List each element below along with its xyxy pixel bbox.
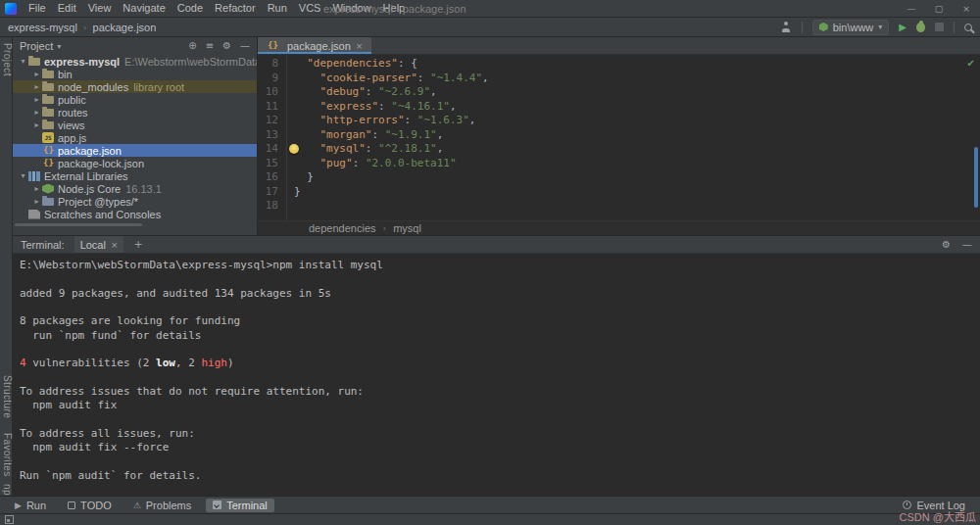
horizontal-scrollbar[interactable] xyxy=(15,223,142,226)
code-line-10[interactable]: 10 "debug": "~2.6.9", xyxy=(258,85,980,100)
run-config-select[interactable]: bin\www ▾ xyxy=(812,20,890,35)
tree-item-public[interactable]: ▸public xyxy=(13,93,257,106)
code-segment: , xyxy=(450,100,457,113)
menu-vcs[interactable]: VCS xyxy=(293,2,327,14)
chevron-down-icon: ▾ xyxy=(57,42,61,51)
code-segment: : xyxy=(378,100,391,113)
menu-code[interactable]: Code xyxy=(172,2,209,14)
tool-window-button-terminal[interactable]: Terminal xyxy=(206,499,274,512)
ide-window: FileEditViewNavigateCodeRefactorRunVCSWi… xyxy=(0,0,980,525)
code-area[interactable]: 8 "dependencies": {9 "cookie-parser": "~… xyxy=(258,55,980,220)
tab-label: package.json xyxy=(287,40,351,52)
chevron-right-icon: ▸ xyxy=(31,120,42,129)
code-line-14[interactable]: 14 "mysql": "^2.18.1", xyxy=(258,142,980,157)
project-tree: ▾express-mysqlE:\Webstorm\webStormData\e… xyxy=(13,55,257,220)
tree-item-project-types[interactable]: ▸Project @types/* xyxy=(13,195,257,208)
folder-icon xyxy=(42,83,54,91)
tree-item-bin[interactable]: ▸bin xyxy=(13,68,257,80)
tool-window-buttons-left: ▶RunTODO⚠ProblemsTerminal xyxy=(8,499,274,512)
code-line-8[interactable]: 8 "dependencies": { xyxy=(258,57,980,72)
code-line-15[interactable]: 15 "pug": "2.0.0-beta11" xyxy=(258,157,980,171)
tool-button-project[interactable]: Project xyxy=(0,43,13,76)
code-segment: "debug" xyxy=(320,85,366,98)
menu-navigate[interactable]: Navigate xyxy=(117,2,171,14)
settings-icon[interactable]: ⚙ xyxy=(222,37,231,55)
profile-icon[interactable] xyxy=(781,22,792,32)
code-line-13[interactable]: 13 "morgan": "~1.9.1", xyxy=(258,128,980,143)
tool-window-button-todo[interactable]: TODO xyxy=(61,499,119,512)
editor-scrollbar-thumb[interactable] xyxy=(974,147,978,208)
collapse-all-icon[interactable]: ≡ xyxy=(206,37,214,55)
breadcrumb-package-json[interactable]: package.json xyxy=(93,22,157,33)
tool-windows-toggle-icon[interactable] xyxy=(5,515,14,524)
tree-item-views[interactable]: ▸views xyxy=(13,119,257,131)
breadcrumb-mysql[interactable]: mysql xyxy=(393,222,421,234)
select-opened-file-icon[interactable]: ⊕ xyxy=(188,37,196,55)
hide-terminal-icon[interactable]: — xyxy=(962,239,972,250)
code-segment: "^2.18.1" xyxy=(378,142,437,155)
menu-file[interactable]: File xyxy=(23,2,52,14)
hide-panel-icon[interactable]: — xyxy=(240,37,250,55)
tool-window-button-run[interactable]: ▶Run xyxy=(8,499,53,512)
terminal-line xyxy=(20,455,980,469)
close-tab-icon[interactable]: × xyxy=(356,41,364,51)
stop-button[interactable] xyxy=(935,23,944,31)
code-line-12[interactable]: 12 "http-errors": "~1.6.3", xyxy=(258,114,980,128)
tree-item-node-js-core[interactable]: ▸Node.js Core16.13.1 xyxy=(13,182,257,195)
tree-item-express-mysql[interactable]: ▾express-mysqlE:\Webstorm\webStormData\e… xyxy=(13,55,257,68)
terminal-text: To address issues that do not require at… xyxy=(20,385,364,398)
terminal-tab-local[interactable]: Local × xyxy=(74,236,124,253)
code-line-18[interactable]: 18 xyxy=(258,199,980,214)
tree-item-node-modules[interactable]: ▸node_moduleslibrary root xyxy=(13,80,257,93)
breadcrumb-dependencies[interactable]: dependencies xyxy=(309,222,376,234)
breadcrumb-express-mysql[interactable]: express-mysql xyxy=(8,22,77,33)
code-segment: : { xyxy=(398,57,417,70)
search-everywhere-icon[interactable] xyxy=(964,22,972,33)
close-tab-icon[interactable]: × xyxy=(111,240,119,250)
new-terminal-button[interactable]: + xyxy=(133,238,142,251)
minimize-button[interactable]: — xyxy=(898,0,925,17)
code-line-11[interactable]: 11 "express": "~4.16.1", xyxy=(258,100,980,115)
menu-refactor[interactable]: Refactor xyxy=(209,2,262,14)
terminal-line: npm audit fix xyxy=(20,399,980,412)
tab-package-json[interactable]: package.json × xyxy=(258,37,371,54)
tree-item-package-json[interactable]: package.json xyxy=(13,144,257,157)
tree-item-scratches-and-consoles[interactable]: Scratches and Consoles xyxy=(13,208,257,220)
debug-button[interactable] xyxy=(916,23,925,32)
tree-item-extra: library root xyxy=(133,81,184,93)
breadcrumb: express-mysql›package.json xyxy=(8,22,156,33)
tool-window-button-problems[interactable]: ⚠Problems xyxy=(126,499,199,512)
terminal-label: Terminal: xyxy=(21,239,65,251)
code-line-17[interactable]: 17} xyxy=(258,185,980,200)
menu-run[interactable]: Run xyxy=(262,2,293,14)
terminal-line: Run `npm audit` for details. xyxy=(20,469,980,483)
code-segment xyxy=(294,72,320,84)
terminal-settings-icon[interactable]: ⚙ xyxy=(942,239,951,250)
scratch-icon xyxy=(28,210,40,219)
terminal-line: run `npm fund` for details xyxy=(20,329,980,343)
project-panel-title[interactable]: Project xyxy=(20,40,53,52)
terminal-line: npm audit fix --force xyxy=(20,441,980,454)
menu-view[interactable]: View xyxy=(82,2,118,14)
terminal-text: 8 packages are looking for funding xyxy=(20,314,240,327)
code-segment: "~1.9.1" xyxy=(385,128,437,141)
close-button[interactable]: × xyxy=(953,0,980,17)
tree-item-routes[interactable]: ▸routes xyxy=(13,106,257,119)
run-button[interactable]: ▶ xyxy=(899,22,906,32)
intention-bulb-icon[interactable] xyxy=(289,144,299,154)
run-config-label: bin\www xyxy=(833,22,874,33)
menu-edit[interactable]: Edit xyxy=(52,2,82,14)
terminal-output[interactable]: E:\Webstorm\webStormData\express-mysql>n… xyxy=(13,254,980,496)
code-line-9[interactable]: 9 "cookie-parser": "~1.4.4", xyxy=(258,72,980,86)
terminal-tab-label: Local xyxy=(80,239,106,251)
code-segment: "morgan" xyxy=(320,128,372,141)
code-segment: : xyxy=(366,85,378,98)
tool-button-favorites[interactable]: Favorites xyxy=(0,433,13,477)
window-title: express-mysql - package.json xyxy=(323,3,466,15)
tree-item-external-libraries[interactable]: ▾External Libraries xyxy=(13,169,257,182)
maximize-button[interactable]: ▢ xyxy=(925,0,953,17)
tree-item-package-lock-json[interactable]: package-lock.json xyxy=(13,157,257,169)
tree-item-app-js[interactable]: app.js xyxy=(13,131,257,144)
tool-button-structure[interactable]: Structure xyxy=(0,375,13,418)
code-line-16[interactable]: 16 } xyxy=(258,170,980,185)
